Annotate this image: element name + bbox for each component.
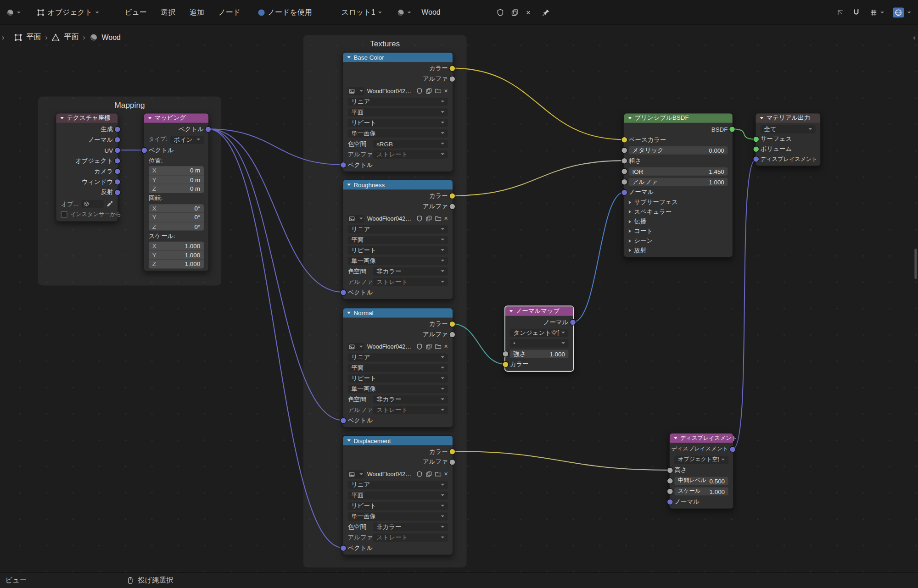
interpolation-dropdown[interactable]: リニア <box>348 481 448 489</box>
overlays-toggle[interactable] <box>893 7 904 17</box>
image-browse-dropdown[interactable] <box>348 214 364 222</box>
image-name[interactable]: WoodFloor042_4... <box>367 88 413 94</box>
back-arrow-icon[interactable] <box>837 8 845 16</box>
normal-input-socket[interactable] <box>667 499 673 505</box>
uv-output-socket[interactable] <box>114 147 121 153</box>
rotation-y-field[interactable]: Y0° <box>149 213 204 222</box>
uvmap-dropdown[interactable] <box>510 339 569 347</box>
metallic-slider[interactable]: メタリック0.000 <box>629 146 728 154</box>
folder-icon[interactable] <box>435 215 441 222</box>
unlink-icon[interactable]: × <box>444 344 448 350</box>
folder-icon[interactable] <box>435 88 441 94</box>
color-output-socket[interactable] <box>449 321 455 327</box>
panel-emission[interactable]: 放射 <box>624 246 733 255</box>
roughness-input-socket[interactable] <box>621 157 627 164</box>
extension-dropdown[interactable]: リピート <box>348 246 448 254</box>
location-x-field[interactable]: X0 m <box>149 166 204 175</box>
space-dropdown[interactable]: オブジェクト空間 <box>674 455 728 464</box>
node-header[interactable]: テクスチャ座標 <box>56 113 118 122</box>
shader-mode-dropdown[interactable]: オブジェクト <box>34 6 102 19</box>
image-texture-node[interactable]: Normal カラー アルファ WoodFloor042_4... × リニア … <box>342 308 453 427</box>
region-expand-right-icon[interactable]: ‹ <box>913 33 916 41</box>
unlink-icon[interactable]: × <box>444 471 448 477</box>
chevron-down-icon[interactable] <box>907 11 911 13</box>
location-y-field[interactable]: Y0 m <box>149 175 204 184</box>
node-header[interactable]: Displacement <box>343 436 453 445</box>
breadcrumb-material[interactable]: Wood <box>102 33 121 41</box>
image-texture-node[interactable]: Roughness カラー アルファ WoodFloor042_4... × リ… <box>342 180 453 300</box>
alpha-slider[interactable]: アルファ1.000 <box>629 178 728 186</box>
image-name[interactable]: WoodFloor042_4... <box>367 471 413 477</box>
breadcrumb-data[interactable]: 平面 <box>64 32 78 42</box>
collapse-icon[interactable] <box>760 117 764 119</box>
scale-x-field[interactable]: X1.000 <box>149 242 204 251</box>
new-material-copy-icon[interactable] <box>511 8 519 16</box>
use-nodes-checkbox[interactable]: ノードを使用 <box>255 6 315 19</box>
fake-user-icon[interactable] <box>416 215 422 222</box>
material-output-node[interactable]: マテリアル出力 全て サーフェス ボリューム ディスプレイスメント <box>755 113 821 166</box>
color-output-socket[interactable] <box>449 448 455 455</box>
vector-input-socket[interactable] <box>340 289 347 295</box>
image-texture-node[interactable]: Displacement カラー アルファ WoodFloor042_4... … <box>342 435 453 555</box>
collapse-icon[interactable] <box>347 312 351 314</box>
projection-dropdown[interactable]: 平面 <box>348 364 448 372</box>
panel-subsurface[interactable]: サブサーフェス <box>624 198 733 207</box>
menu-select[interactable]: 選択 <box>158 6 179 19</box>
midlevel-input-socket[interactable] <box>667 477 673 484</box>
copy-icon[interactable] <box>425 88 432 94</box>
vector-input-socket[interactable] <box>340 544 347 551</box>
rotation-x-field[interactable]: X0° <box>149 204 204 213</box>
material-slot-dropdown[interactable]: スロット1 <box>338 6 385 19</box>
collapse-icon[interactable] <box>509 310 513 312</box>
color-output-socket[interactable] <box>449 193 455 199</box>
window-output-socket[interactable] <box>114 178 121 185</box>
strength-slider[interactable]: 強さ1.000 <box>510 349 569 358</box>
projection-dropdown[interactable]: 平面 <box>348 235 448 244</box>
collapse-icon[interactable] <box>347 439 351 442</box>
panel-specular[interactable]: スペキュラー <box>624 207 733 216</box>
collapse-icon[interactable] <box>628 117 632 119</box>
collapse-icon[interactable] <box>347 184 351 186</box>
metallic-input-socket[interactable] <box>621 147 627 153</box>
interpolation-dropdown[interactable]: リニア <box>348 353 448 361</box>
fake-user-icon[interactable] <box>416 344 422 350</box>
height-input-socket[interactable] <box>667 467 673 473</box>
panel-sheen[interactable]: シーン <box>624 236 733 245</box>
panel-transmission[interactable]: 伝播 <box>624 217 733 226</box>
pin-icon[interactable] <box>542 8 550 16</box>
image-texture-node[interactable]: Base Color カラー アルファ WoodFloor042_4... × … <box>342 52 453 172</box>
rotation-z-field[interactable]: Z0° <box>149 222 204 230</box>
eyedropper-icon[interactable] <box>106 200 113 207</box>
object-field[interactable] <box>82 200 104 208</box>
vector-input-socket[interactable] <box>340 417 347 423</box>
scale-input-socket[interactable] <box>667 488 673 494</box>
displacement-input-socket[interactable] <box>753 156 759 162</box>
copy-icon[interactable] <box>425 344 432 350</box>
colorspace-dropdown[interactable]: sRGB <box>373 139 448 148</box>
node-header[interactable]: Normal <box>343 308 453 317</box>
normal-map-node[interactable]: ノーマルマップ ノーマル タンジェント空間 強さ1.000 カラー <box>504 306 574 372</box>
alpha-mode-dropdown[interactable]: ストレート <box>373 406 448 414</box>
colorspace-dropdown[interactable]: 非カラー <box>373 267 448 275</box>
fake-user-icon[interactable] <box>416 471 422 477</box>
folder-icon[interactable] <box>435 471 441 477</box>
editor-type-dropdown[interactable] <box>4 7 23 18</box>
object-output-socket[interactable] <box>114 157 121 164</box>
volume-input-socket[interactable] <box>753 146 759 152</box>
color-output-socket[interactable] <box>449 65 455 72</box>
image-browse-dropdown[interactable] <box>348 343 364 351</box>
principled-bsdf-node[interactable]: プリンシプルBSDF BSDF ベースカラー メタリック0.000 粗さ IOR… <box>623 113 733 257</box>
alpha-output-socket[interactable] <box>449 203 455 210</box>
base-color-input-socket[interactable] <box>621 136 627 143</box>
projection-dropdown[interactable]: 平面 <box>348 491 448 499</box>
source-dropdown[interactable]: 単一画像 <box>348 385 448 393</box>
scale-y-field[interactable]: Y1.000 <box>149 251 204 260</box>
unlink-icon[interactable]: × <box>444 88 448 94</box>
source-dropdown[interactable]: 単一画像 <box>348 129 448 137</box>
image-name[interactable]: WoodFloor042_4... <box>367 344 413 350</box>
location-z-field[interactable]: Z0 m <box>149 184 204 193</box>
reflection-output-socket[interactable] <box>114 189 121 195</box>
interpolation-dropdown[interactable]: リニア <box>348 225 448 233</box>
extension-dropdown[interactable]: リピート <box>348 374 448 383</box>
collapse-icon[interactable] <box>347 56 351 58</box>
